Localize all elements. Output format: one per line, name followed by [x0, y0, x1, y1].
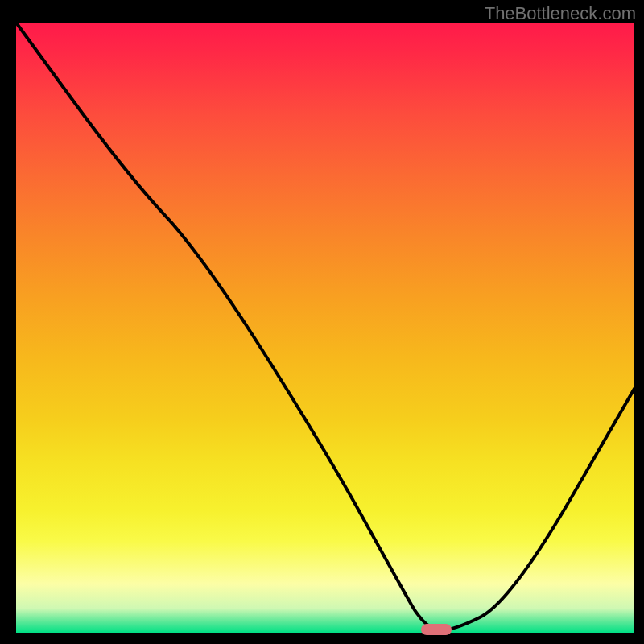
curve-path: [16, 23, 634, 630]
watermark-text: TheBottleneck.com: [485, 3, 636, 24]
optimal-point-marker: [421, 624, 452, 635]
chart-plot-area: [16, 23, 634, 633]
bottleneck-curve: [16, 23, 634, 633]
